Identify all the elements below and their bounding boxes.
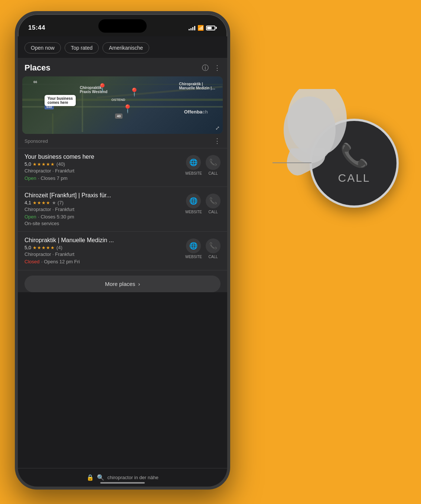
listing-1-stars: ★★★★★: [33, 162, 55, 167]
home-indicator: [100, 482, 145, 484]
chip-amerikanische[interactable]: Amerikanische: [102, 42, 149, 53]
places-header: Places ⓘ ⋮: [18, 58, 227, 76]
callout-area: 📞 CALL: [310, 119, 399, 208]
lock-icon: 🔒: [87, 474, 94, 481]
more-places-arrow: ›: [138, 281, 140, 287]
listing-1-rating: 5,0 ★★★★★ (40): [25, 161, 185, 167]
listing-3-website-label: WEBSITE: [185, 255, 202, 259]
map-label-66: 66: [33, 80, 37, 84]
listing-1-name: Your business comes here: [25, 154, 185, 160]
bottom-bar: 🔒 🔍 chiropractor in der nähe: [18, 468, 227, 487]
listing-2-name: Chirozeit [Frankfurt] | Praxis für...: [25, 192, 185, 199]
listing-1-call-btn[interactable]: 📞 CALL: [206, 155, 221, 175]
listing-1: Your business comes here 5,0 ★★★★★ (40) …: [18, 148, 227, 187]
listing-3-score: 5,0: [25, 245, 31, 250]
listing-2-status-suffix: · Closes 5:30 pm: [38, 214, 74, 220]
more-places-label: More places: [105, 281, 136, 287]
hand-bubble: [269, 89, 350, 185]
listing-1-status: Open · Closes 7 pm: [25, 175, 185, 181]
sponsored-row: Sponsored ⋮: [18, 134, 227, 148]
connector-line: [272, 162, 311, 163]
listing-2-website-btn[interactable]: 🌐 WEBSITE: [185, 194, 202, 214]
listing-3-actions: 🌐 WEBSITE 📞 CALL: [185, 237, 221, 259]
listing-3-call-btn[interactable]: 📞 CALL: [206, 238, 221, 259]
dynamic-island: [98, 19, 147, 33]
map-background: 66 ChiropraktikPraxis Westend Chiroprakt…: [22, 76, 223, 134]
listing-2-website-label: WEBSITE: [185, 210, 202, 214]
listing-2-type: Chiropractor · Frankfurt: [25, 207, 185, 212]
listing-3-status-suffix: · Opens 12 pm Fri: [41, 259, 80, 264]
info-icon[interactable]: ⓘ: [202, 63, 209, 72]
chip-open-now[interactable]: Open now: [25, 42, 61, 53]
listing-2-score: 4,1: [25, 200, 31, 205]
listing-1-reviews: (40): [56, 161, 65, 167]
listing-3-info: Chiropraktik | Manuelle Medizin ... 5,0 …: [25, 237, 185, 265]
listing-1-website-btn[interactable]: 🌐 WEBSITE: [185, 155, 202, 175]
map-business-bubble: Your businesscomes here: [45, 95, 76, 106]
map-label-ostend: OSTEND: [111, 98, 125, 102]
listing-2-reviews: (7): [58, 200, 63, 205]
more-places-button[interactable]: More places ›: [25, 276, 221, 292]
listing-2-extra: On-site services: [25, 221, 185, 226]
map-label-manuell: Chiropraktik |Manuelle Medizin |…: [179, 82, 215, 90]
listing-2-call-btn[interactable]: 📞 CALL: [206, 194, 221, 214]
listing-3: Chiropraktik | Manuelle Medizin ... 5,0 …: [18, 232, 227, 270]
status-time: 15:44: [28, 24, 45, 32]
listing-3-status-label: Closed: [25, 259, 39, 264]
call-icon-1: 📞: [206, 155, 221, 170]
listing-2-info: Chirozeit [Frankfurt] | Praxis für... 4,…: [25, 192, 185, 226]
chip-top-rated[interactable]: Top rated: [65, 42, 99, 53]
signal-icon: [189, 25, 195, 30]
search-query: chiropractor in der nähe: [107, 475, 158, 480]
listing-1-actions: 🌐 WEBSITE 📞 CALL: [185, 154, 221, 175]
listing-2-status: Open · Closes 5:30 pm: [25, 213, 185, 220]
call-icon-2: 📞: [206, 194, 221, 208]
listing-2: Chirozeit [Frankfurt] | Praxis für... 4,…: [18, 187, 227, 232]
map-pin-1: 📍: [97, 83, 107, 93]
search-icon: 🔍: [97, 474, 104, 481]
listing-2-rating: 4,1 ★★★★★ (7): [25, 200, 185, 205]
places-title: Places: [25, 63, 50, 73]
listing-3-rating: 5,0 ★★★★★ (4): [25, 245, 185, 250]
listing-1-type: Chiropractor · Frankfurt: [25, 168, 185, 174]
map-pin-2: 📍: [129, 88, 139, 97]
listing-2-stars: ★★★★: [33, 200, 50, 205]
website-icon-2: 🌐: [186, 194, 201, 208]
listing-1-status-label: Open: [25, 175, 36, 181]
listing-3-call-label: CALL: [208, 255, 218, 259]
listing-3-reviews: (4): [56, 245, 62, 250]
sponsored-label: Sponsored: [25, 138, 48, 144]
listing-3-status: Closed · Opens 12 pm Fri: [25, 258, 185, 265]
listing-3-website-btn[interactable]: 🌐 WEBSITE: [185, 238, 202, 259]
listing-3-name: Chiropraktik | Manuelle Medizin ...: [25, 237, 185, 244]
map-pin-3: 📍: [123, 104, 133, 114]
more-options-icon[interactable]: ⋮: [214, 64, 221, 72]
listing-1-score: 5,0: [25, 161, 31, 167]
map-label-offenbach: Offenbach: [184, 109, 208, 115]
wifi-icon: 📶: [198, 25, 204, 31]
listing-2-actions: 🌐 WEBSITE 📞 CALL: [185, 192, 221, 214]
listing-3-stars: ★★★★★: [33, 245, 55, 250]
battery-icon: [206, 26, 217, 30]
listing-1-call-label: CALL: [208, 171, 218, 175]
listing-1-status-suffix: · Closes 7 pm: [38, 175, 67, 181]
map-label-43: 43: [115, 113, 123, 119]
places-header-icons: ⓘ ⋮: [202, 63, 221, 72]
call-icon-3: 📞: [206, 238, 221, 253]
places-section: Places ⓘ ⋮: [18, 58, 227, 292]
phone-frame: 15:44 📶 Open now Top rated Ame: [15, 11, 230, 490]
listing-2-status-label: Open: [25, 214, 36, 220]
listing-1-info: Your business comes here 5,0 ★★★★★ (40) …: [25, 154, 185, 181]
filter-chips: Open now Top rated Amerikanische: [18, 36, 227, 58]
listing-2-call-label: CALL: [208, 210, 218, 214]
phone-content: Open now Top rated Amerikanische Places …: [18, 36, 227, 468]
map-container[interactable]: 66 ChiropraktikPraxis Westend Chiroprakt…: [22, 76, 223, 134]
sponsored-more-icon[interactable]: ⋮: [214, 137, 221, 145]
status-icons: 📶: [189, 25, 217, 31]
website-icon-1: 🌐: [186, 155, 201, 170]
listing-2-star-empty: ★: [52, 200, 56, 205]
website-icon-3: 🌐: [186, 238, 201, 253]
listing-3-type: Chiropractor · Frankfurt: [25, 251, 185, 257]
expand-icon[interactable]: ⤢: [215, 125, 220, 131]
listing-1-website-label: WEBSITE: [185, 171, 202, 175]
